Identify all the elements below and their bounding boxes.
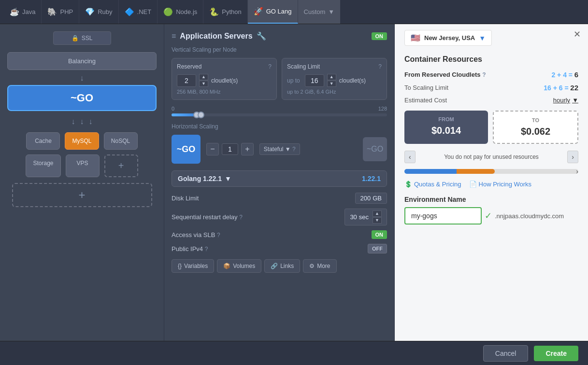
cost-to-block: TO $0.062 (493, 111, 578, 144)
version-row[interactable]: Golang 1.22.1 ▼ 1.22.1 (172, 170, 387, 187)
version-select[interactable]: Golang 1.22.1 ▼ (178, 175, 231, 182)
region-name: New Jersey, USA (424, 34, 475, 42)
seq-help-icon[interactable]: ? (239, 214, 243, 221)
count-minus-btn[interactable]: − (206, 143, 219, 155)
scaling-row: Reserved ? 2 ▲ ▼ cloudlet(s) 256 MiB, 80… (172, 58, 387, 100)
tab-ruby[interactable]: 💎 Ruby (79, 0, 118, 24)
settings-icon[interactable]: 🔧 (257, 31, 266, 41)
cache-node[interactable]: Cache (26, 132, 60, 150)
public-ipv4-label: Public IPv4 ? (172, 245, 208, 253)
count-value: 1 (222, 143, 238, 155)
disk-value[interactable]: 200 GB (355, 193, 387, 204)
scaling-up-btn[interactable]: ▲ (327, 74, 336, 80)
env-name-input[interactable] (404, 207, 482, 225)
section-header: ≡ Application Servers 🔧 ON (172, 31, 387, 41)
python-icon: 🐍 (209, 7, 219, 16)
region-selector[interactable]: 🇺🇸 New Jersey, USA ▼ (404, 30, 492, 46)
links-button[interactable]: 🔗 Links (264, 259, 300, 273)
create-button[interactable]: Create (534, 346, 578, 361)
access-slb-toggle[interactable]: ON (372, 230, 387, 239)
tab-bar: ☕ Java 🐘 PHP 💎 Ruby 🔷 .NET 🟢 Node.js 🐍 P… (0, 0, 588, 24)
tab-custom[interactable]: Custom ▼ (298, 0, 341, 24)
add-bottom-button[interactable]: + (12, 183, 152, 207)
node-row: ↓ ↓ ↓ (7, 115, 157, 128)
cost-from-block: FROM $0.014 (404, 111, 488, 144)
stateful-help-icon[interactable]: ? (292, 146, 296, 153)
to-value: $0.062 (503, 126, 568, 137)
seq-up-btn[interactable]: ▲ (373, 211, 382, 217)
tab-nodejs[interactable]: 🟢 Node.js (158, 0, 203, 24)
reserved-cloudlets-help[interactable]: ? (482, 71, 486, 78)
links-icon: 🔗 (271, 263, 278, 269)
cost-nav-right-btn[interactable]: › (567, 151, 578, 163)
ssl-button[interactable]: 🔒 SSL (53, 31, 111, 45)
seq-restart-row: Sequential restart delay ? 30 sec ▲ ▼ (172, 209, 387, 225)
ipv4-help-icon[interactable]: ? (205, 246, 208, 253)
arrow-down-icon: ↓ (7, 74, 157, 83)
volumes-icon: 📦 (223, 263, 230, 269)
net-icon: 🔷 (125, 7, 134, 16)
env-name-row: ✓ .nnjpaas.cloudmydc.com (404, 207, 578, 225)
how-pricing-works-link[interactable]: 📄 How Pricing Works (469, 181, 532, 188)
close-button[interactable]: ✕ (574, 29, 581, 40)
cost-bar-blue (404, 169, 457, 174)
left-panel: 🔒 SSL Balancing ↓ ~GO ↓ ↓ ↓ Cache MySQL … (0, 24, 164, 341)
h-go-icon: ~GO (172, 135, 201, 164)
tab-golang[interactable]: 🚀 GO Lang (248, 0, 298, 24)
seq-value[interactable]: 30 sec ▲ ▼ (344, 209, 387, 225)
more-button[interactable]: ⚙ More (303, 259, 336, 273)
cost-bar: › (404, 169, 578, 174)
mysql-node[interactable]: MySQL (65, 132, 99, 150)
on-badge[interactable]: ON (372, 32, 387, 40)
est-cost-arrow-icon: ▼ (572, 97, 578, 104)
seq-down-btn[interactable]: ▼ (373, 217, 382, 224)
reserved-help-icon[interactable]: ? (268, 63, 272, 70)
add-node-button[interactable]: + (104, 154, 138, 177)
tab-php[interactable]: 🐘 PHP (42, 0, 79, 24)
scaling-down-btn[interactable]: ▼ (327, 81, 336, 87)
variables-button[interactable]: {} Variables (172, 259, 214, 273)
go-lang-icon: ~GO (71, 92, 93, 104)
reserved-up-btn[interactable]: ▲ (199, 74, 208, 80)
vertical-scaling-label: Vertical Scaling per Node (172, 46, 387, 53)
go-node[interactable]: ~GO (7, 85, 157, 111)
cost-nav: ‹ You do not pay for unused resources › (404, 151, 578, 163)
scaling-info: up to 2 GiB, 6.4 GHz (287, 89, 382, 95)
scaling-arrows[interactable]: ▲ ▼ (327, 74, 336, 87)
tab-python[interactable]: 🐍 Python (203, 0, 247, 24)
version-num: 1.22.1 (362, 175, 381, 182)
count-plus-btn[interactable]: + (241, 143, 254, 155)
slb-help-icon[interactable]: ? (217, 232, 220, 239)
vps-node[interactable]: VPS (66, 154, 100, 177)
reserved-cloudlets-value: 2 + 4 = 6 (551, 70, 578, 79)
version-dropdown-icon: ▼ (225, 175, 231, 182)
scaling-help-icon[interactable]: ? (378, 63, 382, 70)
section-title: Application Servers (180, 32, 252, 41)
nosql-node[interactable]: NoSQL (104, 132, 138, 150)
tab-java[interactable]: ☕ Java (4, 0, 42, 24)
extra-node-row: Storage VPS + (7, 154, 157, 177)
est-cost-dropdown[interactable]: hourly ▼ (553, 97, 578, 104)
cancel-button[interactable]: Cancel (483, 345, 529, 362)
action-buttons: {} Variables 📦 Volumes 🔗 Links ⚙ More (172, 259, 387, 273)
horizontal-scaling-label: Horizontal Scaling (172, 123, 387, 130)
tab-net[interactable]: 🔷 .NET (119, 0, 158, 24)
volumes-button[interactable]: 📦 Volumes (217, 259, 261, 273)
check-icon: ✓ (485, 211, 492, 221)
cost-nav-left-btn[interactable]: ‹ (404, 151, 416, 163)
cloudlet-slider[interactable]: 0 128 (172, 106, 387, 116)
ruby-icon: 💎 (85, 7, 95, 16)
bottom-bar: Cancel Create (0, 341, 588, 365)
public-ipv4-toggle[interactable]: OFF (368, 244, 387, 253)
storage-node[interactable]: Storage (26, 154, 60, 177)
scaling-limit-line: To Scaling Limit 16 + 6 = 22 (404, 84, 578, 92)
reserved-arrows[interactable]: ▲ ▼ (199, 74, 208, 87)
reserved-down-btn[interactable]: ▼ (199, 81, 208, 87)
container-resources-title: Container Resources (404, 55, 578, 64)
balancing-node[interactable]: Balancing (7, 52, 157, 70)
cloudlets-label-2: cloudlet(s) (339, 77, 366, 84)
quotas-pricing-link[interactable]: 💲 Quotas & Pricing (404, 181, 461, 188)
slider-thumb-right[interactable] (198, 112, 204, 118)
stateful-select[interactable]: Stateful ▼ ? (259, 143, 300, 155)
from-label: FROM (414, 116, 478, 122)
